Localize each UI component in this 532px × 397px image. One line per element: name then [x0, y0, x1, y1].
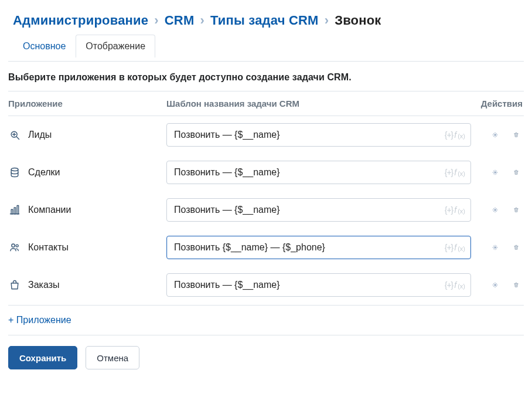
- table-head: Приложение Шаблон названия задачи CRM Де…: [8, 91, 524, 116]
- svg-point-23: [495, 284, 496, 286]
- template-input[interactable]: [166, 273, 471, 297]
- row-actions: [471, 128, 524, 141]
- footer-actions: Сохранить Отмена: [8, 346, 524, 369]
- svg-rect-12: [11, 209, 13, 214]
- insert-variable-icon[interactable]: {+}f(x): [445, 205, 465, 215]
- svg-point-7: [11, 168, 18, 171]
- add-app-link[interactable]: + Приложение: [8, 315, 71, 325]
- col-actions: Действия: [471, 99, 524, 108]
- settings-button[interactable]: [489, 128, 502, 141]
- template-input[interactable]: [166, 161, 471, 184]
- col-template: Шаблон названия задачи CRM: [166, 99, 471, 108]
- svg-point-18: [12, 244, 15, 247]
- insert-variable-icon[interactable]: {+}f(x): [445, 280, 465, 290]
- template-input[interactable]: [166, 236, 471, 259]
- chevron-right-icon: ›: [325, 13, 329, 28]
- breadcrumb-types[interactable]: Типы задач CRM: [210, 13, 319, 28]
- section-lead: Выберите приложения в которых будет дост…: [8, 72, 524, 83]
- chevron-right-icon: ›: [200, 13, 204, 28]
- delete-button[interactable]: [510, 241, 523, 254]
- svg-point-8: [495, 172, 496, 174]
- tabs: Основное Отображение: [13, 34, 524, 57]
- tab-main[interactable]: Основное: [13, 35, 76, 57]
- app-label: Заказы: [28, 280, 59, 290]
- table-row: Заказы{+}f(x): [8, 266, 524, 304]
- template-input[interactable]: [166, 123, 471, 147]
- app-cell: Контакты: [8, 242, 166, 253]
- app-label: Сделки: [28, 167, 60, 178]
- svg-rect-13: [14, 208, 16, 214]
- app-label: Контакты: [28, 242, 69, 253]
- row-actions: [471, 166, 524, 179]
- delete-button[interactable]: [510, 128, 523, 141]
- template-input-wrap: {+}f(x): [166, 273, 471, 297]
- template-input-wrap: {+}f(x): [166, 236, 471, 259]
- table-row: Компании{+}f(x): [8, 191, 524, 229]
- row-actions: [471, 279, 524, 291]
- table-row: Контакты{+}f(x): [8, 229, 524, 266]
- table-row: Лиды{+}f(x): [8, 116, 524, 154]
- cancel-button[interactable]: Отмена: [86, 346, 139, 369]
- template-input-wrap: {+}f(x): [166, 123, 471, 147]
- table-rows: Лиды{+}f(x) Сделки{+}f(x) Компании{+}f(x…: [8, 116, 524, 304]
- leads-icon: [8, 129, 21, 141]
- svg-point-15: [495, 209, 496, 211]
- insert-variable-icon[interactable]: {+}f(x): [445, 243, 465, 252]
- breadcrumb: Администрирование › CRM › Типы задач CRM…: [13, 13, 524, 28]
- app-label: Лиды: [28, 130, 52, 140]
- settings-button[interactable]: [489, 279, 502, 291]
- svg-point-4: [495, 134, 496, 136]
- app-cell: Заказы: [8, 279, 166, 291]
- chevron-right-icon: ›: [154, 13, 159, 28]
- svg-rect-14: [17, 206, 18, 214]
- app-cell: Лиды: [8, 129, 166, 141]
- breadcrumb-current: Звонок: [335, 13, 381, 28]
- row-actions: [471, 241, 524, 254]
- tab-display[interactable]: Отображение: [76, 35, 155, 57]
- delete-button[interactable]: [510, 279, 523, 291]
- orders-icon: [8, 279, 21, 291]
- table-row: Сделки{+}f(x): [8, 154, 524, 191]
- deals-icon: [8, 167, 21, 178]
- breadcrumb-admin[interactable]: Администрирование: [13, 13, 148, 28]
- insert-variable-icon[interactable]: {+}f(x): [445, 130, 465, 140]
- template-input-wrap: {+}f(x): [166, 198, 471, 222]
- delete-button[interactable]: [510, 203, 523, 216]
- template-input-wrap: {+}f(x): [166, 161, 471, 184]
- svg-point-19: [16, 245, 18, 247]
- template-input[interactable]: [166, 198, 471, 222]
- settings-button[interactable]: [489, 241, 502, 254]
- settings-button[interactable]: [489, 166, 502, 179]
- companies-icon: [8, 204, 21, 216]
- svg-line-1: [16, 137, 19, 139]
- delete-button[interactable]: [510, 166, 523, 179]
- col-app: Приложение: [8, 99, 166, 108]
- row-actions: [471, 203, 524, 216]
- app-label: Компании: [28, 205, 71, 215]
- app-cell: Сделки: [8, 167, 166, 178]
- save-button[interactable]: Сохранить: [8, 346, 77, 369]
- breadcrumb-crm[interactable]: CRM: [165, 13, 195, 28]
- insert-variable-icon[interactable]: {+}f(x): [445, 168, 465, 177]
- svg-point-20: [495, 247, 496, 249]
- contacts-icon: [8, 242, 21, 253]
- settings-button[interactable]: [489, 203, 502, 216]
- app-cell: Компании: [8, 204, 166, 216]
